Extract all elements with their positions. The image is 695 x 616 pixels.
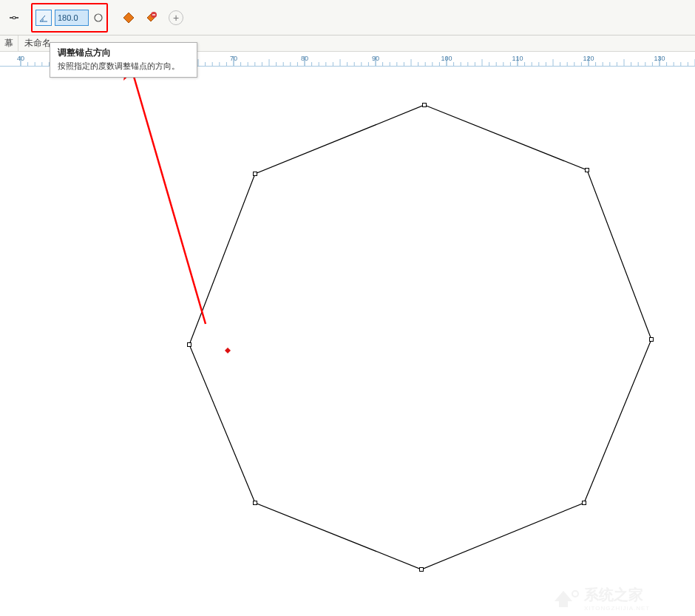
node-handle[interactable] <box>585 168 589 172</box>
break-node-icon[interactable] <box>9 13 19 23</box>
node-handle[interactable] <box>649 337 654 342</box>
svg-text:110: 110 <box>512 55 523 62</box>
delete-node-button[interactable] <box>142 9 160 27</box>
tooltip-body: 按照指定的度数调整锚点的方向。 <box>58 61 189 72</box>
node-handle[interactable] <box>422 103 427 107</box>
anchor-point[interactable] <box>225 345 229 350</box>
svg-text:100: 100 <box>441 55 452 62</box>
node-handle[interactable] <box>253 501 257 505</box>
svg-marker-117 <box>225 348 231 353</box>
svg-rect-0 <box>10 17 13 18</box>
svg-marker-116 <box>189 105 651 569</box>
node-handle[interactable] <box>253 172 257 176</box>
node-handle[interactable] <box>419 567 424 572</box>
drawing-canvas[interactable] <box>0 67 695 616</box>
svg-text:70: 70 <box>230 55 237 62</box>
svg-rect-7 <box>152 14 155 15</box>
angle-input[interactable]: 180.0 <box>55 10 89 26</box>
add-tool-button[interactable]: + <box>169 10 183 25</box>
node-handle[interactable] <box>582 501 586 505</box>
angle-icon[interactable] <box>35 10 52 26</box>
property-toolbar: 180.0 + <box>0 0 695 35</box>
svg-text:120: 120 <box>583 55 594 62</box>
svg-text:80: 80 <box>301 55 308 62</box>
node-handle[interactable] <box>187 342 191 347</box>
svg-point-3 <box>95 14 102 21</box>
tooltip: 调整锚点方向 按照指定的度数调整锚点的方向。 <box>50 42 197 78</box>
tab-screen[interactable]: 幕 <box>0 35 18 51</box>
tooltip-title: 调整锚点方向 <box>58 47 189 59</box>
svg-rect-2 <box>13 16 16 18</box>
octagon-shape[interactable] <box>0 67 695 616</box>
sharpen-node-button[interactable] <box>120 9 138 27</box>
svg-rect-1 <box>16 17 18 18</box>
svg-marker-4 <box>123 13 134 23</box>
angle-apply-icon[interactable] <box>93 13 104 23</box>
tab-document-label: 未命名 <box>24 37 51 50</box>
svg-text:130: 130 <box>654 55 665 62</box>
angle-control-highlight: 180.0 <box>31 3 108 33</box>
tab-screen-label: 幕 <box>4 37 13 50</box>
svg-text:90: 90 <box>372 55 379 62</box>
svg-text:40: 40 <box>17 55 24 62</box>
